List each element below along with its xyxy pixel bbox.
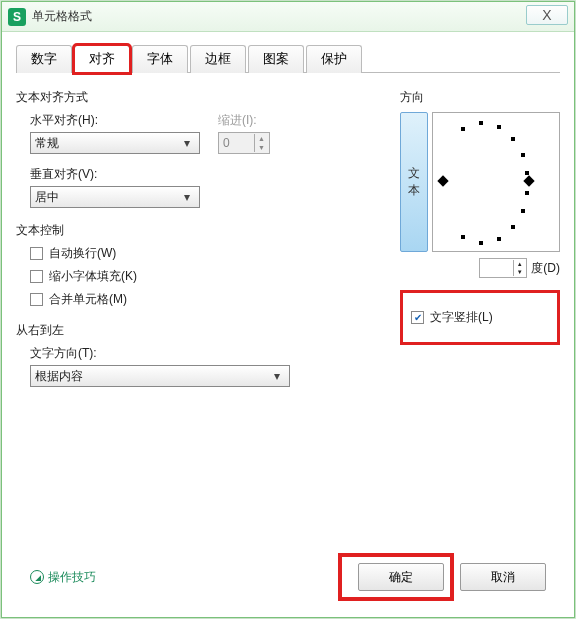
dialog-footer: 操作技巧 确定 取消	[16, 555, 560, 609]
checkbox-wrap[interactable]	[30, 247, 43, 260]
chevron-down-icon: ▾	[179, 190, 195, 204]
play-circle-icon	[30, 570, 44, 584]
orientation-dial[interactable]	[432, 112, 560, 252]
spinner-up-icon: ▲	[513, 260, 525, 268]
spinner-down-icon: ▼	[513, 268, 525, 276]
vertical-text-button[interactable]: 文 本	[400, 112, 428, 252]
select-vertical-align[interactable]: 居中 ▾	[30, 186, 200, 208]
label-vertical-align: 垂直对齐(V):	[30, 166, 390, 183]
dialog-window: S 单元格格式 X 数字 对齐 字体 边框 图案 保护 文本对齐方式 水平对齐(…	[1, 1, 575, 618]
highlight-vertical-text: ✔ 文字竖排(L)	[400, 290, 560, 345]
cancel-button[interactable]: 取消	[460, 563, 546, 591]
tips-label: 操作技巧	[48, 569, 96, 586]
titlebar: S 单元格格式 X	[2, 2, 574, 32]
tab-border[interactable]: 边框	[190, 45, 246, 73]
select-vertical-value: 居中	[35, 189, 59, 206]
label-indent: 缩进(I):	[218, 112, 270, 129]
tab-alignment[interactable]: 对齐	[74, 45, 130, 73]
checkbox-shrink-row[interactable]: 缩小字体填充(K)	[30, 268, 390, 285]
input-degrees[interactable]: ▲▼	[479, 258, 527, 278]
checkbox-merge[interactable]	[30, 293, 43, 306]
section-text-align: 文本对齐方式	[16, 89, 390, 106]
ok-button[interactable]: 确定	[358, 563, 444, 591]
checkbox-merge-row[interactable]: 合并单元格(M)	[30, 291, 390, 308]
label-merge: 合并单元格(M)	[49, 291, 127, 308]
chevron-down-icon: ▾	[269, 369, 285, 383]
vertical-text-glyph2: 本	[408, 182, 420, 199]
section-rtl: 从右到左	[16, 322, 390, 339]
select-text-direction[interactable]: 根据内容 ▾	[30, 365, 290, 387]
vertical-text-glyph1: 文	[408, 165, 420, 182]
section-text-control: 文本控制	[16, 222, 390, 239]
label-text-direction: 文字方向(T):	[30, 345, 390, 362]
dial-handle-icon	[523, 175, 534, 186]
select-horizontal-value: 常规	[35, 135, 59, 152]
checkbox-vertical-text-row[interactable]: ✔ 文字竖排(L)	[411, 309, 549, 326]
chevron-down-icon: ▾	[179, 136, 195, 150]
label-shrink: 缩小字体填充(K)	[49, 268, 137, 285]
label-wrap: 自动换行(W)	[49, 245, 116, 262]
label-horizontal-align: 水平对齐(H):	[30, 112, 200, 129]
tab-number[interactable]: 数字	[16, 45, 72, 73]
select-direction-value: 根据内容	[35, 368, 83, 385]
spinner-up-icon: ▲	[254, 134, 268, 143]
tab-content: 文本对齐方式 水平对齐(H): 常规 ▾ 缩进(I):	[16, 83, 560, 555]
tab-pattern[interactable]: 图案	[248, 45, 304, 73]
checkbox-wrap-row[interactable]: 自动换行(W)	[30, 245, 390, 262]
label-vertical-text: 文字竖排(L)	[430, 309, 493, 326]
window-title: 单元格格式	[32, 8, 92, 25]
checkbox-shrink[interactable]	[30, 270, 43, 283]
close-button[interactable]: X	[526, 5, 568, 25]
highlight-ok: 确定	[342, 557, 450, 597]
section-orientation: 方向	[400, 89, 560, 106]
tab-bar: 数字 对齐 字体 边框 图案 保护	[16, 44, 560, 73]
checkbox-vertical-text[interactable]: ✔	[411, 311, 424, 324]
dial-anchor-icon	[437, 175, 448, 186]
tips-link[interactable]: 操作技巧	[30, 569, 96, 586]
spinner-down-icon: ▼	[254, 143, 268, 152]
tab-font[interactable]: 字体	[132, 45, 188, 73]
input-indent: 0 ▲▼	[218, 132, 270, 154]
label-degrees: 度(D)	[531, 260, 560, 277]
close-icon: X	[542, 7, 551, 23]
indent-value: 0	[223, 136, 230, 150]
select-horizontal-align[interactable]: 常规 ▾	[30, 132, 200, 154]
right-column: 方向 文 本	[400, 83, 560, 555]
left-column: 文本对齐方式 水平对齐(H): 常规 ▾ 缩进(I):	[16, 83, 400, 555]
tab-protection[interactable]: 保护	[306, 45, 362, 73]
app-icon: S	[8, 8, 26, 26]
dialog-body: 数字 对齐 字体 边框 图案 保护 文本对齐方式 水平对齐(H): 常规 ▾	[2, 32, 574, 617]
